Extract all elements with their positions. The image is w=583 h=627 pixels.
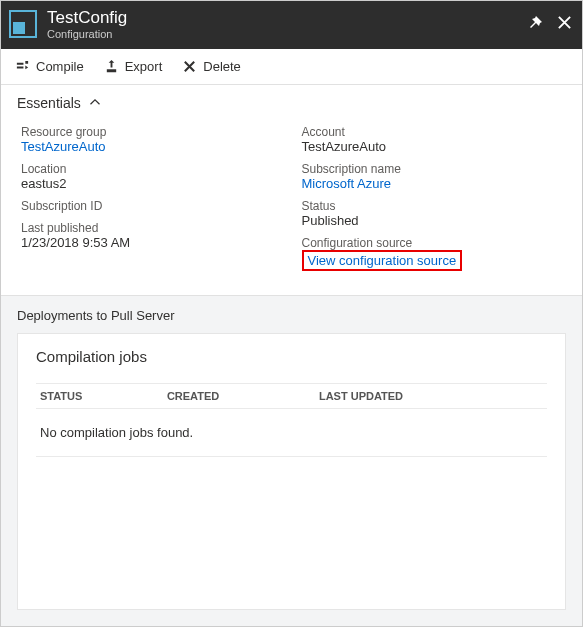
essentials-toggle[interactable]: Essentials <box>1 85 582 121</box>
subscription-name-link[interactable]: Microsoft Azure <box>302 176 563 191</box>
compilation-jobs-title: Compilation jobs <box>36 348 547 365</box>
resource-group-label: Resource group <box>21 125 282 139</box>
location-label: Location <box>21 162 282 176</box>
resource-group-field: Resource group TestAzureAuto <box>21 125 282 154</box>
status-field: Status Published <box>302 199 563 228</box>
blade-title: TestConfig <box>47 8 527 28</box>
col-created[interactable]: CREATED <box>163 384 315 409</box>
account-label: Account <box>302 125 563 139</box>
config-source-label: Configuration source <box>302 236 563 250</box>
delete-label: Delete <box>203 59 241 74</box>
deployments-title: Deployments to Pull Server <box>17 308 566 323</box>
configuration-icon <box>9 10 37 38</box>
blade-header: TestConfig Configuration <box>1 1 582 49</box>
account-value: TestAzureAuto <box>302 139 563 154</box>
compilation-jobs-panel: Compilation jobs STATUS CREATED LAST UPD… <box>17 333 566 610</box>
close-icon[interactable] <box>557 15 572 34</box>
location-field: Location eastus2 <box>21 162 282 191</box>
config-source-field: Configuration source View configuration … <box>302 236 563 271</box>
location-value: eastus2 <box>21 176 282 191</box>
delete-button[interactable]: Delete <box>182 59 241 74</box>
compile-label: Compile <box>36 59 84 74</box>
export-label: Export <box>125 59 163 74</box>
export-icon <box>104 59 119 74</box>
resource-group-link[interactable]: TestAzureAuto <box>21 139 282 154</box>
jobs-empty-message: No compilation jobs found. <box>36 409 547 457</box>
col-last-updated[interactable]: LAST UPDATED <box>315 384 547 409</box>
blade-subtitle: Configuration <box>47 28 527 41</box>
subscription-id-label: Subscription ID <box>21 199 282 213</box>
last-published-value: 1/23/2018 9:53 AM <box>21 235 282 250</box>
view-configuration-source-link[interactable]: View configuration source <box>302 250 463 271</box>
compilation-jobs-table: STATUS CREATED LAST UPDATED No compilati… <box>36 383 547 457</box>
status-label: Status <box>302 199 563 213</box>
compile-icon <box>15 59 30 74</box>
export-button[interactable]: Export <box>104 59 163 74</box>
essentials-label: Essentials <box>17 95 81 111</box>
status-value: Published <box>302 213 563 228</box>
account-field: Account TestAzureAuto <box>302 125 563 154</box>
compile-button[interactable]: Compile <box>15 59 84 74</box>
essentials-section: Essentials Resource group TestAzureAuto … <box>1 85 582 296</box>
pin-icon[interactable] <box>527 15 543 34</box>
col-status[interactable]: STATUS <box>36 384 163 409</box>
command-bar: Compile Export Delete <box>1 49 582 85</box>
delete-icon <box>182 59 197 74</box>
subscription-name-label: Subscription name <box>302 162 563 176</box>
subscription-id-field: Subscription ID <box>21 199 282 213</box>
last-published-label: Last published <box>21 221 282 235</box>
deployments-section: Deployments to Pull Server Compilation j… <box>1 296 582 626</box>
chevron-up-icon <box>89 95 101 111</box>
subscription-name-field: Subscription name Microsoft Azure <box>302 162 563 191</box>
last-published-field: Last published 1/23/2018 9:53 AM <box>21 221 282 250</box>
